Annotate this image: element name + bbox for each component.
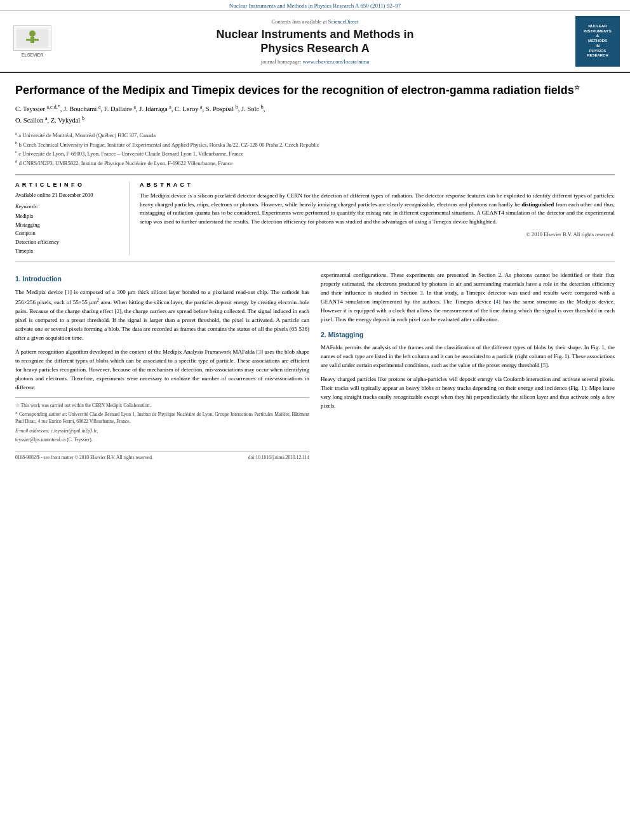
article-title: Performance of the Medipix and Timepix d…: [15, 83, 615, 98]
footnotes: ☆ This work was carried out within the C…: [15, 397, 309, 443]
affiliation-b: b b Czech Technical University in Prague…: [15, 140, 615, 149]
title-star: ☆: [574, 84, 580, 91]
body-left-column: 1. Introduction The Medipix device [1] i…: [15, 271, 309, 461]
section1-right-para1: experimental configurations. These exper…: [321, 271, 615, 324]
abstract-heading: A B S T R A C T: [140, 182, 615, 188]
body-columns: 1. Introduction The Medipix device [1] i…: [15, 271, 615, 461]
keywords-list: Medipix Mistagging Compton Detection eff…: [15, 212, 121, 255]
keyword-detection-efficiency: Detection efficiency: [15, 238, 121, 247]
footnote-1: ☆ This work was carried out within the C…: [15, 402, 309, 409]
body-right-column: experimental configurations. These exper…: [321, 271, 615, 461]
journal-title: Nuclear Instruments and Methods in Physi…: [55, 27, 575, 56]
sciencedirect-link[interactable]: ScienceDirect: [328, 18, 359, 25]
nim-logo: NUCLEARINSTRUMENTS&METHODSINPHYSICSRESEA…: [575, 16, 620, 67]
keyword-timepix: Timepix: [15, 247, 121, 256]
svg-rect-3: [26, 39, 39, 41]
footer-doi: doi:10.1016/j.nima.2010.12.114: [248, 454, 309, 462]
svg-point-1: [29, 30, 36, 37]
main-content: Performance of the Medipix and Timepix d…: [0, 73, 630, 472]
authors-text: C. Teyssier a,c,d,*, J. Bouchami a, F. D…: [15, 105, 265, 124]
footnote-email-1: E-mail addresses: c.teyssier@ipnl.in2p3.…: [15, 427, 309, 434]
nim-logo-text: NUCLEARINSTRUMENTS&METHODSINPHYSICSRESEA…: [584, 24, 611, 59]
article-info-abstract-section: A R T I C L E I N F O Available online 2…: [15, 175, 615, 262]
affiliation-d: d d CNRS/IN2P3, UMR5822, Institut de Phy…: [15, 158, 615, 168]
article-title-text: Performance of the Medipix and Timepix d…: [15, 84, 574, 97]
footer-copyright: 0168-9002/$ - see front matter © 2010 El…: [15, 454, 153, 462]
copyright-notice: © 2010 Elsevier B.V. All rights reserved…: [140, 231, 615, 237]
footnote-email-2: teyssier@lps.umontreal.ca (C. Teyssier).: [15, 436, 309, 443]
section2-para1: MAFalda permits the analysis of the fram…: [321, 343, 615, 370]
journal-header-center: Contents lists available at ScienceDirec…: [55, 18, 575, 65]
authors-line: C. Teyssier a,c,d,*, J. Bouchami a, F. D…: [15, 103, 615, 126]
keyword-medipix: Medipix: [15, 212, 121, 221]
journal-header: ELSEVIER Contents lists available at Sci…: [0, 11, 630, 73]
section2-heading: 2. Mistagging: [321, 330, 615, 340]
section2-para2: Heavy charged particles like protons or …: [321, 375, 615, 411]
available-online: Available online 21 December 2010: [15, 192, 121, 198]
affiliations: a a Université de Montréal, Montréal (Qu…: [15, 130, 615, 167]
keyword-mistagging: Mistagging: [15, 221, 121, 230]
abstract-text: The Medipix device is a silicon pixelate…: [140, 192, 615, 226]
journal-citation-bar: Nuclear Instruments and Methods in Physi…: [0, 0, 630, 11]
journal-title-line1: Nuclear Instruments and Methods in: [216, 28, 413, 41]
article-info-heading: A R T I C L E I N F O: [15, 182, 121, 188]
homepage-url[interactable]: www.elsevier.com/locate/nima: [302, 58, 369, 65]
abstract-body: The Medipix device is a silicon pixelate…: [140, 192, 615, 225]
elsevier-tree-icon: [17, 29, 48, 48]
journal-homepage: journal homepage: www.elsevier.com/locat…: [55, 58, 575, 65]
affiliation-c: c c Université de Lyon, F-69003, Lyon, F…: [15, 149, 615, 158]
contents-available-line: Contents lists available at ScienceDirec…: [55, 18, 575, 25]
footnote-2: * Corresponding author at: Université Cl…: [15, 411, 309, 425]
elsevier-logo-box: [13, 25, 51, 51]
journal-title-line2: Physics Research A: [260, 42, 369, 55]
abstract-section: A B S T R A C T The Medipix device is a …: [140, 182, 615, 255]
elsevier-label: ELSEVIER: [22, 53, 44, 57]
elsevier-logo: ELSEVIER: [10, 25, 55, 57]
keywords-label: Keywords:: [15, 203, 121, 210]
keyword-compton: Compton: [15, 229, 121, 238]
contents-available-text: Contents lists available at: [272, 18, 327, 25]
homepage-label: journal homepage:: [261, 58, 302, 65]
section1-para2: A pattern recognition algorithm develope…: [15, 348, 309, 392]
affiliation-a: a a Université de Montréal, Montréal (Qu…: [15, 130, 615, 140]
section1-para1: The Medipix device [1] is composed of a …: [15, 288, 309, 343]
page-footer: 0168-9002/$ - see front matter © 2010 El…: [15, 451, 309, 462]
section1-heading: 1. Introduction: [15, 274, 309, 284]
journal-citation-text: Nuclear Instruments and Methods in Physi…: [229, 3, 401, 9]
article-info-panel: A R T I C L E I N F O Available online 2…: [15, 182, 130, 255]
